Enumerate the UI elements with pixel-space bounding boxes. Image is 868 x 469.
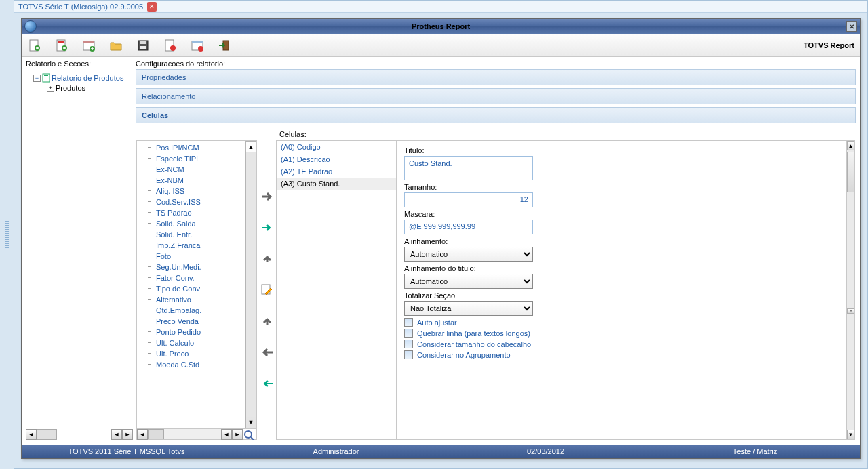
svg-rect-3 <box>58 41 64 43</box>
window-close-icon[interactable]: ✕ <box>846 21 857 32</box>
alinhamento-titulo-label: Alinhamento do titulo: <box>404 264 848 272</box>
selected-cells-list[interactable]: (A0) Codigo (A1) Descricao (A2) TE Padra… <box>276 140 397 440</box>
field-item[interactable]: Tipo de Conv <box>140 283 243 294</box>
move-up-button[interactable] <box>260 251 275 266</box>
move-down-button[interactable] <box>260 314 275 329</box>
field-item[interactable]: Alternativo <box>140 294 243 305</box>
section-propriedades[interactable]: Propriedades <box>136 69 856 85</box>
field-item[interactable]: Pos.IPI/NCM <box>140 142 243 153</box>
tamanho-input[interactable]: 12 <box>404 192 533 207</box>
app-tab-bar: TOTVS Série T (Microsiga) 02.9.0005 ✕ <box>14 1 867 13</box>
chk-cabecalho-label: Considerar tamanho do cabecalho <box>417 340 531 348</box>
form-vscroll[interactable]: ▲ ≡ ▼ <box>846 141 854 439</box>
tree-root[interactable]: − Relatorio de Produtos <box>28 73 131 83</box>
available-fields-list[interactable]: Pos.IPI/NCMEspecie TIPIEx-NCMEx-NBMAliq.… <box>137 141 245 428</box>
field-item[interactable]: Qtd.Embalag. <box>140 305 243 316</box>
cell-a1[interactable]: (A1) Descricao <box>277 153 396 165</box>
app-tab-title: TOTVS Série T (Microsiga) 02.9.0005 <box>18 3 143 11</box>
titulo-label: Titulo: <box>404 146 848 155</box>
add-button[interactable] <box>260 189 275 204</box>
field-item[interactable]: Cod.Serv.ISS <box>140 197 243 207</box>
tree-hscroll-right-b[interactable]: ► <box>122 429 133 440</box>
new-section-icon[interactable] <box>54 39 69 52</box>
hscroll-left2-icon[interactable]: ◄ <box>221 429 232 440</box>
cell-a0[interactable]: (A0) Codigo <box>277 141 396 153</box>
save-icon[interactable] <box>136 39 151 52</box>
form-scroll-mark: ≡ <box>847 308 854 314</box>
form-scroll-down-icon[interactable]: ▼ <box>847 430 854 439</box>
field-item[interactable]: Imp.Z.Franca <box>140 240 243 251</box>
chk-agrupamento[interactable] <box>404 350 413 359</box>
field-item[interactable]: Fator Conv. <box>140 272 243 283</box>
tree-hscroll-thumb[interactable] <box>37 429 57 440</box>
field-item[interactable]: Preco Venda <box>140 316 243 327</box>
titulo-input[interactable]: Custo Stand. <box>404 156 533 180</box>
calendar-icon[interactable] <box>81 39 96 52</box>
totalizar-label: Totalizar Seção <box>404 291 848 300</box>
field-item[interactable]: Foto <box>140 251 243 262</box>
tree-hscroll-left[interactable]: ◄ <box>26 429 37 440</box>
schedule-icon[interactable] <box>190 39 205 52</box>
tab-close-icon[interactable]: ✕ <box>147 2 157 12</box>
app-tab[interactable]: TOTVS Série T (Microsiga) 02.9.0005 ✕ <box>18 2 157 12</box>
field-item[interactable]: Solid. Saida <box>140 218 243 229</box>
alinhamento-select[interactable]: Automatico <box>404 247 533 262</box>
expander-minus-icon[interactable]: − <box>33 75 41 82</box>
side-collapse-handle[interactable] <box>0 0 14 469</box>
tree-root-label: Relatorio de Produtos <box>52 74 123 82</box>
new-report-icon[interactable] <box>27 39 42 52</box>
cell-a3[interactable]: (A3) Custo Stand. <box>277 178 396 190</box>
alinhamento-label: Alinhamento: <box>404 237 848 245</box>
app-orb-icon[interactable] <box>24 20 37 33</box>
status-product: TOTVS 2011 Série T MSSQL Totvs <box>22 447 231 455</box>
search-icon[interactable] <box>243 429 256 441</box>
expander-plus-icon[interactable]: + <box>47 85 54 92</box>
chk-auto-label: Auto ajustar <box>417 319 457 327</box>
field-item[interactable]: Ult. Calculo <box>140 338 243 348</box>
scroll-up-icon[interactable]: ▲ <box>246 142 256 152</box>
hscroll-left-icon[interactable]: ◄ <box>137 429 148 440</box>
fields-hscroll[interactable]: ◄ ◄ ► <box>137 428 256 439</box>
field-item[interactable]: Solid. Entr. <box>140 229 243 240</box>
section-celulas[interactable]: Celulas <box>136 107 856 123</box>
field-item[interactable]: TS Padrao <box>140 207 243 218</box>
tree-hscroll-right-a[interactable]: ◄ <box>111 429 122 440</box>
field-item[interactable]: Ult. Preco <box>140 348 243 359</box>
field-item[interactable]: Aliq. ISS <box>140 186 243 197</box>
edit-button[interactable] <box>260 283 275 298</box>
outer-window: TOTVS Série T (Microsiga) 02.9.0005 ✕ Pr… <box>14 0 868 469</box>
chk-quebrar-linha[interactable] <box>404 329 413 338</box>
open-folder-icon[interactable] <box>108 39 123 52</box>
cell-a2[interactable]: (A2) TE Padrao <box>277 165 396 178</box>
transfer-buttons <box>258 140 276 440</box>
status-bar: TOTVS 2011 Série T MSSQL Totvs Administr… <box>22 445 860 458</box>
mascara-input[interactable]: @E 999,999,999.99 <box>404 220 533 234</box>
totalizar-select[interactable]: Não Totaliza <box>404 301 533 316</box>
alinhamento-titulo-select[interactable]: Automatico <box>404 274 533 289</box>
form-scroll-up-icon[interactable]: ▲ <box>847 141 854 150</box>
title-bar: Protheus Report ✕ <box>22 19 860 34</box>
svg-rect-18 <box>44 75 48 76</box>
hscroll-right-icon[interactable]: ► <box>232 429 243 440</box>
chk-cabecalho[interactable] <box>404 340 413 348</box>
section-relacionamento[interactable]: Relacionamento <box>136 88 856 104</box>
scroll-down-icon[interactable]: ▼ <box>246 417 256 428</box>
celulas-list-label: Celulas: <box>279 130 856 138</box>
form-scroll-thumb[interactable] <box>847 152 854 192</box>
tree-child[interactable]: + Produtos <box>28 83 131 93</box>
field-item[interactable]: Especie TIPI <box>140 153 243 164</box>
remove-all-button[interactable] <box>260 376 275 391</box>
field-item[interactable]: Moeda C.Std <box>140 359 243 370</box>
chk-auto-ajustar[interactable] <box>404 318 413 327</box>
field-item[interactable]: Ex-NCM <box>140 164 243 175</box>
toolbar: TOTVS Report <box>22 34 860 57</box>
field-item[interactable]: Seg.Un.Medi. <box>140 262 243 272</box>
exit-icon[interactable] <box>217 39 232 52</box>
chk-quebrar-label: Quebrar linha (para textos longos) <box>417 329 530 338</box>
field-item[interactable]: Ex-NBM <box>140 175 243 186</box>
fields-vscroll[interactable]: ▲ ▼ <box>245 141 256 428</box>
add-all-button[interactable] <box>260 220 275 235</box>
field-item[interactable]: Ponto Pedido <box>140 327 243 338</box>
remove-button[interactable] <box>260 345 275 360</box>
properties-icon[interactable] <box>163 39 178 52</box>
